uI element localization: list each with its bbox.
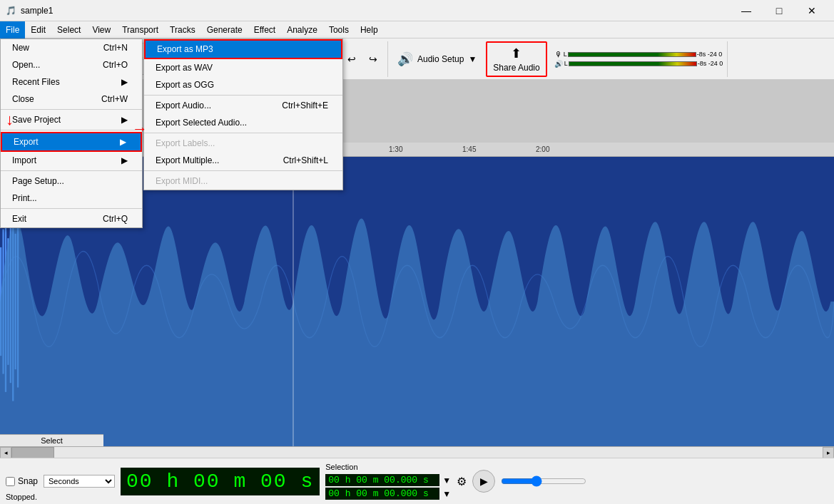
menu-import[interactable]: Import▶ bbox=[1, 152, 142, 169]
play-at-cursor-btn[interactable]: ▶ bbox=[472, 470, 495, 493]
sep-3 bbox=[1, 170, 142, 171]
arrow-to-export: ↓ bbox=[6, 110, 14, 129]
minimize-button[interactable]: — bbox=[730, 0, 763, 21]
sel-top-input[interactable]: 00 h 00 m 00.000 s bbox=[325, 474, 439, 486]
input-vu: L -8s -24 0 bbox=[564, 51, 723, 58]
menu-tools[interactable]: Tools bbox=[323, 21, 355, 38]
export-multiple[interactable]: Export Multiple...Ctrl+Shift+L bbox=[144, 152, 342, 169]
menu-tracks[interactable]: Tracks bbox=[164, 21, 201, 38]
menu-analyze[interactable]: Analyze bbox=[281, 21, 323, 38]
time-2-00: 2:00 bbox=[536, 145, 549, 153]
snap-section: Snap bbox=[6, 476, 38, 486]
audio-setup-label: Audio Setup bbox=[417, 54, 464, 64]
titlebar: 🎵 sample1 — □ ✕ bbox=[0, 0, 834, 21]
menu-new[interactable]: NewCtrl+N bbox=[1, 39, 142, 56]
export-selected-audio[interactable]: Export Selected Audio... bbox=[144, 114, 342, 131]
app-title: sample1 bbox=[21, 6, 53, 16]
menu-recent-files[interactable]: Recent Files▶ bbox=[1, 73, 142, 91]
close-button[interactable]: ✕ bbox=[795, 0, 828, 21]
file-menu-dropdown: NewCtrl+N Open...Ctrl+O Recent Files▶ Cl… bbox=[0, 38, 143, 228]
export-ogg[interactable]: Export as OGG bbox=[144, 76, 342, 93]
selection-label: Selection bbox=[325, 463, 451, 471]
output-vu: L -8s -24 0 bbox=[564, 60, 723, 67]
time-1-30: 1:30 bbox=[389, 145, 402, 153]
scroll-right-btn[interactable]: ▸ bbox=[823, 447, 834, 458]
menu-select[interactable]: Select bbox=[51, 21, 86, 38]
maximize-button[interactable]: □ bbox=[763, 0, 795, 21]
menu-export[interactable]: Export▶ bbox=[1, 132, 142, 152]
snap-label[interactable]: Snap bbox=[18, 476, 38, 486]
exp-sep-2 bbox=[144, 133, 342, 133]
seconds-dropdown[interactable]: Seconds Minutes hh:mm:ss Samples bbox=[44, 475, 115, 488]
selection-section: Selection 00 h 00 m 00.000 s ▼ 00 h 00 m… bbox=[325, 463, 451, 500]
arrow-to-mp3: → bbox=[132, 120, 148, 138]
horizontal-scrollbar[interactable]: ◂ ▸ bbox=[0, 446, 834, 458]
exp-sep-3 bbox=[144, 170, 342, 171]
menu-help[interactable]: Help bbox=[355, 21, 384, 38]
exp-sep-1 bbox=[144, 95, 342, 96]
vumeter-section: 🎙 L -8s -24 0 🔊 L -8s -24 0 bbox=[550, 41, 728, 77]
playback-slider[interactable] bbox=[501, 475, 586, 487]
menu-open[interactable]: Open...Ctrl+O bbox=[1, 56, 142, 73]
speaker-icon: 🔊 bbox=[397, 51, 413, 67]
audio-setup-button[interactable]: 🔊 Audio Setup ▼ bbox=[391, 41, 483, 77]
scroll-thumb[interactable] bbox=[11, 447, 54, 458]
share-audio-label: Share Audio bbox=[493, 63, 539, 73]
time-1-45: 1:45 bbox=[462, 145, 476, 153]
menu-view[interactable]: View bbox=[86, 21, 116, 38]
export-audio[interactable]: Export Audio...Ctrl+Shift+E bbox=[144, 97, 342, 114]
undo-btn[interactable]: ↩ bbox=[342, 50, 362, 68]
mic-icon: 🎙 bbox=[555, 51, 562, 58]
share-audio-button[interactable]: ⬆ Share Audio bbox=[486, 41, 546, 77]
menu-page-setup[interactable]: Page Setup... bbox=[1, 173, 142, 190]
sep-4 bbox=[1, 208, 142, 209]
statusbar: Stopped. Snap Seconds Minutes hh:mm:ss S… bbox=[0, 458, 834, 504]
sep-1 bbox=[1, 109, 142, 110]
scroll-track[interactable] bbox=[11, 447, 823, 458]
output-icon: 🔊 bbox=[554, 60, 563, 68]
share-icon: ⬆ bbox=[511, 46, 522, 61]
settings-icon[interactable]: ⚙ bbox=[457, 475, 467, 488]
export-midi: Export MIDI... bbox=[144, 173, 342, 190]
audio-setup-dropdown-icon: ▼ bbox=[468, 54, 477, 64]
export-submenu: Export as MP3 Export as WAV Export as OG… bbox=[143, 38, 343, 190]
export-labels: Export Labels... bbox=[144, 135, 342, 152]
slider-section bbox=[501, 475, 586, 487]
menu-effect[interactable]: Effect bbox=[248, 21, 281, 38]
stopped-label: Stopped. bbox=[6, 493, 37, 501]
redo-btn[interactable]: ↪ bbox=[363, 50, 383, 68]
export-wav[interactable]: Export as WAV bbox=[144, 59, 342, 76]
sep-2 bbox=[1, 130, 142, 130]
menu-print[interactable]: Print... bbox=[1, 190, 142, 207]
snap-checkbox[interactable] bbox=[6, 477, 15, 486]
export-mp3[interactable]: Export as MP3 bbox=[144, 39, 342, 59]
menubar: File Edit Select View Transport Tracks G… bbox=[0, 21, 834, 38]
menu-close[interactable]: CloseCtrl+W bbox=[1, 91, 142, 108]
titlebar-left: 🎵 sample1 bbox=[6, 6, 53, 16]
app-icon: 🎵 bbox=[6, 6, 16, 16]
time-display: 00 h 00 m 00 s bbox=[121, 468, 320, 495]
titlebar-controls: — □ ✕ bbox=[730, 0, 828, 21]
select-tool-label: Select bbox=[0, 434, 103, 446]
menu-transport[interactable]: Transport bbox=[116, 21, 164, 38]
sel-bottom-input[interactable]: 00 h 00 m 00.000 s bbox=[325, 488, 439, 500]
menu-edit[interactable]: Edit bbox=[25, 21, 51, 38]
menu-file[interactable]: File bbox=[0, 21, 25, 38]
sel-dropdown-1[interactable]: ▼ bbox=[442, 475, 451, 485]
sel-dropdown-2[interactable]: ▼ bbox=[442, 489, 451, 499]
scroll-left-btn[interactable]: ◂ bbox=[0, 447, 11, 458]
menu-save-project[interactable]: Save Project▶ bbox=[1, 111, 142, 128]
menu-exit[interactable]: ExitCtrl+Q bbox=[1, 210, 142, 227]
menu-generate[interactable]: Generate bbox=[201, 21, 248, 38]
